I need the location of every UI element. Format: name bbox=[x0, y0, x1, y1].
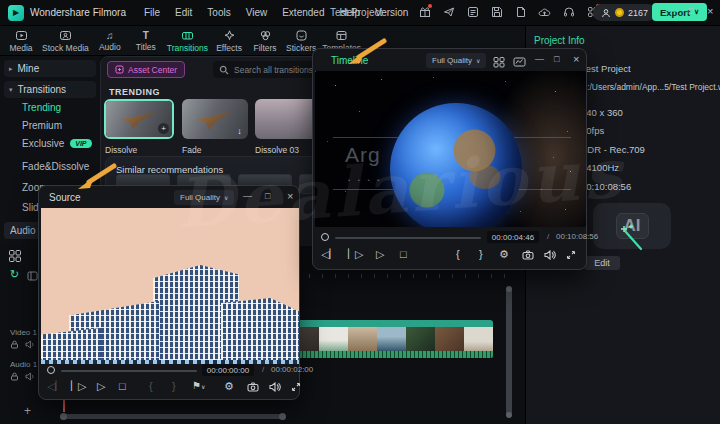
fullscreen-expand-button[interactable] bbox=[566, 249, 576, 263]
sidebar-item-audio[interactable]: Audio bbox=[4, 222, 42, 239]
timeline-maximize-button[interactable]: □ bbox=[554, 54, 559, 64]
source-current-time: 00:00:00:00 bbox=[202, 364, 254, 376]
sidebar-section-transitions[interactable]: ▾Transitions bbox=[4, 81, 96, 98]
add-track-button[interactable]: + bbox=[24, 404, 31, 418]
tab-audio[interactable]: ♫Audio bbox=[95, 30, 125, 52]
source-close-button[interactable]: × bbox=[287, 190, 293, 202]
frame-thumb bbox=[319, 327, 348, 351]
ai-edit-card[interactable]: AI bbox=[593, 203, 671, 249]
horizontal-scrollbar[interactable] bbox=[62, 414, 284, 419]
settings-gear-button[interactable]: ⚙ bbox=[499, 247, 509, 261]
mark-out-icon[interactable]: } bbox=[479, 247, 483, 261]
tab-filters[interactable]: Filters bbox=[250, 29, 280, 53]
file-icon[interactable] bbox=[514, 5, 527, 18]
lock-icon[interactable] bbox=[10, 372, 19, 381]
sidebar-section-mine[interactable]: ▸Mine bbox=[4, 60, 96, 77]
stop-button[interactable]: □ bbox=[119, 379, 126, 393]
stop-button[interactable]: □ bbox=[400, 247, 407, 261]
filters-icon bbox=[259, 29, 272, 42]
media-icon bbox=[15, 29, 28, 42]
play-button[interactable]: ▷ bbox=[97, 379, 105, 393]
previous-frame-button[interactable]: ◁▏ bbox=[321, 247, 336, 262]
scrubber-track[interactable] bbox=[61, 370, 197, 372]
layout-grid-icon[interactable] bbox=[493, 54, 505, 72]
quality-dropdown[interactable]: Full Quality ∨ bbox=[426, 53, 486, 68]
menu-view[interactable]: View bbox=[246, 7, 268, 18]
item-label: Trending bbox=[22, 102, 61, 113]
share-icon[interactable] bbox=[442, 5, 455, 18]
marker-flag-button[interactable]: ⚑∨ bbox=[192, 379, 205, 394]
transition-thumb-fade[interactable]: ↓ bbox=[182, 99, 248, 139]
quality-dropdown[interactable]: Full Quality ∨ bbox=[174, 190, 234, 205]
timeline-close-button[interactable]: × bbox=[573, 53, 579, 65]
snapshot-camera-button[interactable] bbox=[522, 249, 534, 263]
asset-center-button[interactable]: Asset Center bbox=[107, 61, 185, 78]
sidebar-item-premium[interactable]: Premium bbox=[22, 120, 62, 131]
tab-stock-media[interactable]: Stock Media bbox=[42, 29, 89, 53]
tab-transitions[interactable]: Transitions bbox=[167, 29, 208, 53]
stickers-icon bbox=[295, 29, 308, 42]
timeline-minimize-button[interactable]: — bbox=[535, 54, 544, 64]
edit-button[interactable]: Edit bbox=[584, 256, 620, 270]
mark-out-icon[interactable]: } bbox=[172, 379, 176, 393]
sidebar-item-trending[interactable]: Trending bbox=[22, 102, 61, 113]
scrubber-handle[interactable] bbox=[47, 366, 55, 374]
add-icon[interactable]: + bbox=[158, 123, 169, 134]
frame-thumb bbox=[348, 327, 377, 351]
sidebar-item-fade-dissolve[interactable]: Fade&Dissolve bbox=[22, 161, 89, 172]
transition-thumb-dissolve[interactable]: + bbox=[104, 99, 174, 139]
account-pill[interactable]: 2167 bbox=[593, 4, 656, 21]
volume-speaker-button[interactable] bbox=[269, 381, 281, 395]
menu-extended[interactable]: Extended bbox=[282, 7, 324, 18]
video-clip[interactable] bbox=[290, 320, 493, 358]
stock-media-icon bbox=[59, 29, 72, 42]
timeline-current-time: 00:00:04:46 bbox=[487, 231, 539, 243]
mute-speaker-icon[interactable] bbox=[25, 372, 35, 381]
vertical-scrollbar[interactable] bbox=[506, 288, 512, 416]
stars bbox=[315, 71, 316, 72]
fullscreen-expand-button[interactable] bbox=[291, 381, 301, 395]
tab-titles[interactable]: TTitles bbox=[131, 30, 161, 52]
play-button[interactable]: ▷ bbox=[376, 247, 384, 261]
gift-icon[interactable] bbox=[418, 5, 431, 18]
next-frame-button[interactable]: ▏▷ bbox=[71, 379, 86, 394]
source-minimize-button[interactable]: — bbox=[243, 191, 252, 201]
sidebar-item-exclusive[interactable]: ExclusiveVIP bbox=[22, 138, 92, 149]
menu-tools[interactable]: Tools bbox=[207, 7, 230, 18]
source-window-header[interactable]: Source bbox=[39, 186, 299, 208]
app-minimize-button[interactable]: — bbox=[668, 6, 677, 16]
export-button[interactable]: Export ∨ bbox=[652, 3, 707, 21]
scrubber-handle[interactable] bbox=[321, 233, 329, 241]
scrubber-track[interactable] bbox=[335, 237, 481, 239]
sync-icon[interactable]: ↻ bbox=[10, 268, 19, 281]
app-close-button[interactable]: × bbox=[707, 5, 713, 17]
cloud-upload-icon[interactable] bbox=[538, 5, 551, 18]
lock-icon[interactable] bbox=[10, 340, 19, 349]
waveform-monitor-icon[interactable] bbox=[513, 54, 526, 72]
tab-label: Transitions bbox=[167, 43, 208, 53]
timeline-scrubber[interactable]: 00:00:04:46 / 00:10:08:56 bbox=[321, 232, 583, 244]
tab-label: Audio bbox=[99, 42, 121, 52]
mute-speaker-icon[interactable] bbox=[25, 340, 35, 349]
tab-stickers[interactable]: Stickers bbox=[286, 29, 316, 53]
media-view-grid-icon[interactable] bbox=[8, 249, 22, 263]
settings-gear-button[interactable]: ⚙ bbox=[224, 379, 234, 393]
support-headset-icon[interactable] bbox=[562, 5, 575, 18]
mark-in-icon[interactable]: { bbox=[149, 379, 153, 393]
mark-in-icon[interactable]: { bbox=[456, 247, 460, 261]
volume-speaker-button[interactable] bbox=[544, 249, 556, 263]
save-icon[interactable] bbox=[490, 5, 503, 18]
tab-media[interactable]: Media bbox=[6, 29, 36, 53]
tab-effects[interactable]: Effects bbox=[214, 29, 244, 53]
coin-balance: 2167 bbox=[628, 8, 648, 18]
previous-frame-button[interactable]: ◁▏ bbox=[47, 379, 62, 394]
magic-wand-icon bbox=[617, 223, 647, 253]
task-list-icon[interactable] bbox=[466, 5, 479, 18]
app-maximize-button[interactable]: □ bbox=[688, 6, 693, 16]
source-scrubber[interactable]: 00:00:00:00 / 00:00:02:00 bbox=[47, 365, 297, 377]
menu-file[interactable]: File bbox=[144, 7, 160, 18]
menu-edit[interactable]: Edit bbox=[175, 7, 192, 18]
snapshot-camera-button[interactable] bbox=[247, 381, 259, 395]
source-maximize-button[interactable]: □ bbox=[265, 191, 270, 201]
next-frame-button[interactable]: ▏▷ bbox=[348, 247, 363, 262]
